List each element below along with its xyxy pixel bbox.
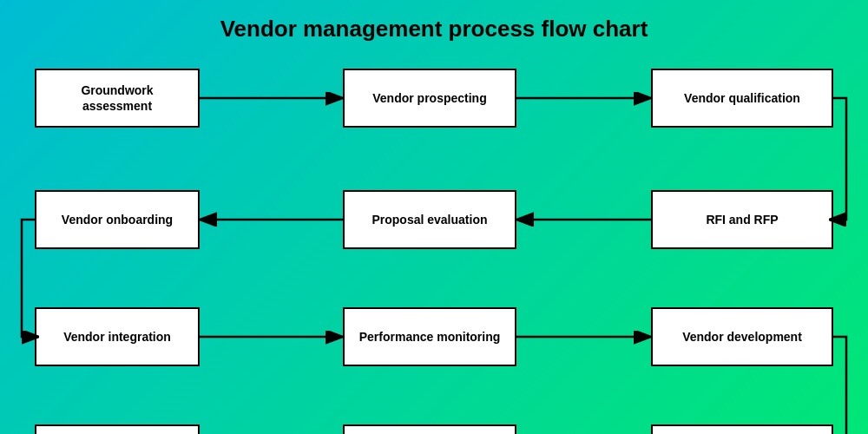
flow-grid: Groundwork assessment Vendor prospecting… <box>17 51 851 411</box>
box-payments: Vendor payments <box>343 424 516 434</box>
box-development: Vendor development <box>651 307 833 366</box>
box-prospecting: Vendor prospecting <box>343 69 516 128</box>
box-qualification: Vendor qualification <box>651 69 833 128</box>
box-proposal: Proposal evaluation <box>343 190 516 249</box>
box-integration: Vendor integration <box>35 307 200 366</box>
box-groundwork: Groundwork assessment <box>35 69 200 128</box>
box-nurturing: Relationship nurturing <box>651 424 833 434</box>
box-rfi: RFI and RFP <box>651 190 833 249</box>
box-onboarding: Vendor onboarding <box>35 190 200 249</box>
box-review: Vendor review and rotation <box>35 424 200 434</box>
chart-container: Vendor management process flow chart Gro… <box>0 0 868 434</box>
chart-title: Vendor management process flow chart <box>17 9 851 43</box>
box-performance: Performance monitoring <box>343 307 516 366</box>
